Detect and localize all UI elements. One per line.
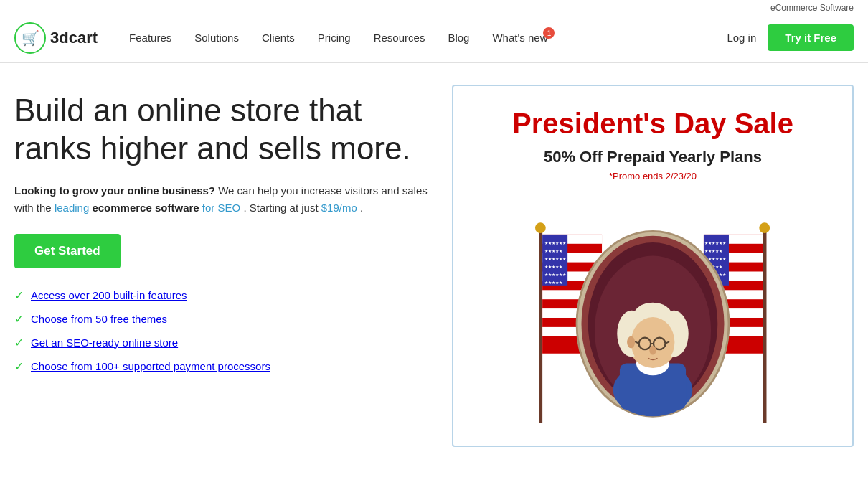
login-button[interactable]: Log in xyxy=(727,32,756,44)
promo-title: President's Day Sale xyxy=(468,106,838,141)
logo[interactable]: 🛒 3dcart xyxy=(14,22,98,54)
promo-illustration: ★★★★★★ ★★★★★ ★★★★★★ ★★★★★ ★★★★★★ ★★★★★ xyxy=(468,192,838,446)
nav-item-clients[interactable]: Clients xyxy=(252,26,305,50)
svg-text:★★★★★★: ★★★★★★ xyxy=(544,240,566,245)
list-item: ✓ Access over 200 built-in features xyxy=(14,288,430,302)
svg-text:★★★★★: ★★★★★ xyxy=(704,248,722,253)
hero-subtext-end: . Starting at just xyxy=(243,202,321,214)
list-item: ✓ Choose from 50 free themes xyxy=(14,312,430,326)
nav-item-solutions[interactable]: Solutions xyxy=(184,26,249,50)
promo-note: *Promo ends 2/23/20 xyxy=(468,171,838,182)
whatsnew-badge: 1 xyxy=(543,27,555,39)
hero-price-link[interactable]: $19/mo xyxy=(321,202,357,214)
nav-item-pricing[interactable]: Pricing xyxy=(308,26,361,50)
header-actions: Log in Try it Free xyxy=(727,24,854,51)
logo-text: 3dcart xyxy=(50,29,98,47)
svg-text:★★★★★: ★★★★★ xyxy=(544,280,562,285)
list-item: ✓ Get an SEO-ready online store xyxy=(14,336,430,349)
logo-icon: 🛒 xyxy=(14,22,46,54)
feature-link-1[interactable]: Access over 200 built-in features xyxy=(31,289,187,301)
header-top-label: eCommerce Software xyxy=(0,0,868,13)
hero-seo-link[interactable]: for SEO xyxy=(202,202,240,214)
nav-item-whatsnew[interactable]: What's new 1 xyxy=(482,26,557,50)
nav-item-blog[interactable]: Blog xyxy=(438,26,479,50)
hero-subtext: Looking to grow your online business? We… xyxy=(14,182,430,217)
hero-ecommerce: ecommerce software xyxy=(92,202,199,214)
check-icon: ✓ xyxy=(14,336,24,349)
svg-point-17 xyxy=(759,222,770,233)
hero-section: Build an online store that ranks higher … xyxy=(14,85,430,447)
promo-subtitle: 50% Off Prepaid Yearly Plans xyxy=(468,148,838,166)
main-content: Build an online store that ranks higher … xyxy=(0,63,868,461)
hero-headline: Build an online store that ranks higher … xyxy=(14,92,430,168)
svg-rect-16 xyxy=(763,231,767,423)
svg-text:★★★★★★: ★★★★★★ xyxy=(544,256,566,261)
hero-subtext-bold: Looking to grow your online business? xyxy=(14,184,215,197)
feature-link-4[interactable]: Choose from 100+ supported payment proce… xyxy=(31,360,270,372)
nav-item-resources[interactable]: Resources xyxy=(364,26,435,50)
features-list: ✓ Access over 200 built-in features ✓ Ch… xyxy=(14,288,430,373)
svg-point-50 xyxy=(649,346,656,355)
feature-link-3[interactable]: Get an SEO-ready online store xyxy=(31,336,178,349)
promo-section: President's Day Sale 50% Off Prepaid Yea… xyxy=(452,85,854,447)
nav-item-features[interactable]: Features xyxy=(119,26,181,50)
get-started-button[interactable]: Get Started xyxy=(14,234,121,268)
svg-text:★★★★★★: ★★★★★★ xyxy=(544,272,566,277)
list-item: ✓ Choose from 100+ supported payment pro… xyxy=(14,359,430,373)
svg-point-51 xyxy=(627,336,635,349)
svg-text:★★★★★★: ★★★★★★ xyxy=(704,240,726,245)
check-icon: ✓ xyxy=(14,359,24,373)
main-nav: Features Solutions Clients Pricing Resou… xyxy=(119,26,727,50)
cart-icon: 🛒 xyxy=(22,29,39,47)
check-icon: ✓ xyxy=(14,288,24,302)
svg-text:★★★★★: ★★★★★ xyxy=(544,248,562,253)
feature-link-2[interactable]: Choose from 50 free themes xyxy=(31,313,167,325)
hero-period: . xyxy=(360,202,363,214)
check-icon: ✓ xyxy=(14,312,24,326)
hero-leading-link[interactable]: leading xyxy=(55,202,93,214)
svg-text:★★★★★: ★★★★★ xyxy=(544,264,562,269)
svg-rect-0 xyxy=(539,231,543,423)
svg-point-1 xyxy=(535,222,546,233)
try-free-button[interactable]: Try it Free xyxy=(768,24,854,51)
ecommerce-label: eCommerce Software xyxy=(770,3,854,13)
header: 🛒 3dcart Features Solutions Clients Pric… xyxy=(0,13,868,63)
